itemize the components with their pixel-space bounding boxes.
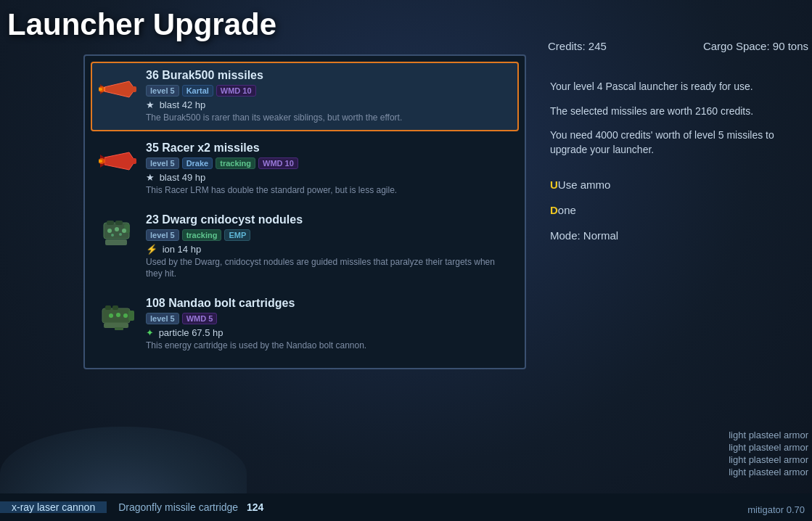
armor-item-0: light plasteel armor: [729, 430, 808, 440]
svg-point-20: [119, 233, 122, 236]
stat-icon-1: ★: [146, 172, 155, 183]
missile-item-3[interactable]: 108 Nandao bolt cartridges level 5 WMD 5…: [91, 290, 519, 359]
svg-rect-25: [104, 323, 128, 328]
missile-list-panel: 36 Burak500 missiles level 5 Kartal WMD …: [83, 54, 526, 369]
svg-point-18: [122, 229, 126, 233]
missile-tags-3: level 5 WMD 5: [146, 313, 513, 324]
armor-item-2: light plasteel armor: [729, 454, 808, 465]
tag-level-1: level 5: [146, 157, 179, 169]
svg-rect-23: [112, 305, 118, 310]
missile-item-1[interactable]: 35 Racer x2 missiles level 5 Drake track…: [91, 134, 519, 204]
missile-name-2: 23 Dwarg cnidocyst nodules: [146, 213, 513, 226]
missile-info-0: 36 Burak500 missiles level 5 Kartal WMD …: [146, 69, 513, 124]
svg-point-19: [111, 234, 114, 237]
missile-tags-0: level 5 Kartal WMD 10: [146, 85, 513, 97]
missile-desc-0: The Burak500 is rarer than its weaker si…: [146, 112, 513, 124]
weapon2-count: 124: [247, 501, 263, 513]
info-text-2: The selected missiles are worth 2160 cre…: [550, 104, 808, 119]
missile-item-0[interactable]: 36 Burak500 missiles level 5 Kartal WMD …: [91, 62, 519, 131]
svg-rect-2: [131, 86, 136, 92]
mode-hotkey: M: [550, 229, 559, 242]
missile-icon-0: [97, 69, 140, 109]
stat-icon-3: ✦: [146, 327, 154, 338]
missile-stat-1: ★ blast 49 hp: [146, 172, 513, 183]
svg-rect-15: [105, 239, 127, 245]
svg-point-26: [109, 313, 113, 318]
svg-marker-6: [104, 152, 135, 170]
weapon2-label: Dragonfly missile cartridge 124: [107, 501, 275, 513]
missile-icon-3: [97, 297, 140, 337]
missile-item-2[interactable]: 23 Dwarg cnidocyst nodules level 5 track…: [91, 206, 519, 287]
armor-item-3: light plasteel armor: [729, 467, 808, 477]
svg-rect-12: [107, 221, 114, 225]
tag-faction-0: Kartal: [182, 85, 213, 97]
page-title: Launcher Upgrade: [7, 7, 276, 42]
tag-level-2: level 5: [146, 229, 179, 241]
missile-info-3: 108 Nandao bolt cartridges level 5 WMD 5…: [146, 297, 513, 352]
stat-icon-2: ⚡: [146, 244, 157, 255]
tag-wmd-0: WMD 10: [216, 85, 256, 97]
info-text-1: Your level 4 Pascal launcher is ready fo…: [550, 80, 808, 94]
missile-name-1: 35 Racer x2 missiles: [146, 141, 513, 155]
use-ammo-hotkey: U: [550, 179, 558, 191]
missile-icon-2: [97, 213, 140, 253]
svg-point-27: [116, 313, 120, 317]
svg-point-28: [123, 313, 128, 318]
missile-tags-1: level 5 Drake tracking WMD 10: [146, 157, 513, 169]
mitigator-label: mitigator 0.70: [747, 504, 805, 515]
tag-wmd-3: WMD 5: [182, 313, 218, 324]
missile-stat-0: ★ blast 42 hp: [146, 99, 513, 110]
missile-name-0: 36 Burak500 missiles: [146, 69, 513, 82]
svg-marker-0: [104, 81, 135, 97]
missile-desc-1: This Racer LRM has double the standard p…: [146, 185, 513, 197]
tag-wmd-1: WMD 10: [258, 157, 298, 169]
bottom-bar: x-ray laser cannon Dragonfly missile car…: [0, 493, 812, 521]
svg-rect-24: [128, 311, 134, 321]
stat-icon-0: ★: [146, 99, 155, 110]
info-panel: Your level 4 Pascal launcher is ready fo…: [550, 40, 808, 242]
weapon1-label: x-ray laser cannon: [0, 501, 107, 513]
svg-rect-13: [115, 221, 123, 225]
missile-desc-2: Used by the Dwarg, cnidocyst nodules are…: [146, 257, 513, 279]
tag-emp-2: EMP: [224, 229, 250, 241]
svg-rect-29: [115, 327, 123, 330]
tag-level-0: level 5: [146, 85, 179, 97]
tag-tracking-1: tracking: [216, 157, 255, 169]
tag-faction-1: Drake: [182, 157, 213, 169]
svg-rect-22: [105, 305, 111, 310]
missile-desc-3: This energy cartridge is used by the Nan…: [146, 340, 513, 352]
tag-tracking-2: tracking: [182, 229, 222, 241]
mode-line: Mode: Normal: [550, 229, 808, 242]
armor-list: light plasteel armor light plasteel armo…: [729, 430, 808, 477]
info-text-3: You need 4000 credits' worth of level 5 …: [550, 128, 808, 157]
use-ammo-button[interactable]: UUse ammo: [550, 179, 808, 191]
missile-stat-3: ✦ particle 67.5 hp: [146, 327, 513, 338]
missile-icon-1: [97, 141, 140, 181]
svg-rect-8: [131, 158, 136, 164]
armor-item-1: light plasteel armor: [729, 442, 808, 453]
done-hotkey: D: [550, 204, 558, 216]
tag-level-3: level 5: [146, 313, 179, 324]
svg-point-17: [115, 227, 119, 231]
done-button[interactable]: Done: [550, 204, 808, 216]
missile-info-1: 35 Racer x2 missiles level 5 Drake track…: [146, 141, 513, 197]
missile-tags-2: level 5 tracking EMP: [146, 229, 513, 241]
missile-stat-2: ⚡ ion 14 hp: [146, 244, 513, 255]
missile-info-2: 23 Dwarg cnidocyst nodules level 5 track…: [146, 213, 513, 279]
missile-name-3: 108 Nandao bolt cartridges: [146, 297, 513, 310]
svg-point-16: [107, 229, 112, 233]
